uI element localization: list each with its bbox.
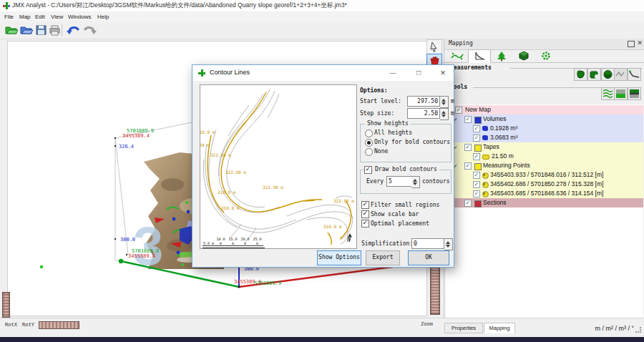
menu-view[interactable]: View [49,12,65,21]
print-button[interactable] [48,24,62,36]
measure-wave-button[interactable] [614,68,628,81]
tree-row-volume-2[interactable]: 3.0683 m³ [446,133,643,142]
menu-help[interactable]: Help [95,12,111,21]
menu-edit[interactable]: Edit [33,12,47,21]
menu-file[interactable]: File [2,12,16,21]
tree-row-point-3[interactable]: 3455403.685 / 5701848.636 / 314.154 [m] [446,189,643,198]
measuring-point-icon [482,172,489,179]
measure-profile-button[interactable] [628,68,641,81]
draw-bold-checkbox[interactable] [364,166,372,174]
tree-row-tape-1[interactable]: 21.50 m [446,152,643,161]
every-spinner[interactable] [411,176,420,188]
step-size-input[interactable] [407,108,440,119]
menu-windows[interactable]: Windows [66,12,93,21]
checkbox-sections[interactable] [464,200,472,207]
close-icon[interactable] [432,65,454,81]
save-button[interactable] [34,24,49,36]
dialog-titlebar[interactable]: Contour Lines [192,65,454,81]
optimal-placement-checkbox[interactable] [361,220,369,228]
radio-only-bold[interactable] [365,139,373,147]
volumes-color-swatch [474,117,482,124]
contour-height-label: 322.50 m [225,170,246,175]
layer-bands-tool-button[interactable] [628,87,641,100]
titlebar: JMX Analyst - C:/Users/郑江/Desktop/3GSM软件… [0,0,644,12]
tree-row-tapes[interactable]: Tapes [446,142,643,152]
show-scale-bar-label[interactable]: Show scale bar [371,211,419,218]
fill-half-tool-button[interactable] [614,87,628,100]
filter-small-regions-label[interactable]: Filter small regions [371,202,439,208]
measure-area-button[interactable] [587,68,601,81]
radio-none[interactable] [365,148,373,156]
checkbox-point-2[interactable] [473,181,480,188]
select-tool-button[interactable] [426,39,442,54]
optimal-placement-label[interactable]: Optimal placement [371,220,429,227]
filter-small-regions-checkbox[interactable] [361,201,369,209]
every-input[interactable] [386,176,412,187]
open-project-button[interactable] [4,24,19,36]
tree-row-volumes[interactable]: Volumes [446,114,643,124]
tab-model[interactable] [512,49,535,63]
minimize-icon[interactable] [382,65,404,81]
close-panel-icon[interactable] [637,39,643,47]
checkbox-point-1[interactable] [473,172,480,179]
menu-map[interactable]: Map [17,12,33,21]
tab-contour[interactable] [446,49,469,63]
tree-row-point-2[interactable]: 3455402.686 / 5701850.278 / 315.328 [m] [446,180,643,189]
checkbox-measuring-points[interactable] [464,162,472,170]
tree-row-new-map[interactable]: New Map [446,105,643,114]
tree-row-measuring-points[interactable]: Measuring Points [446,161,643,170]
measuring-point-icon [482,182,489,188]
step-size-spinner[interactable] [440,108,449,120]
show-scale-bar-checkbox[interactable] [361,210,369,218]
start-level-label: Start level: [360,98,401,104]
checkbox-tape-1[interactable] [473,153,480,160]
maximize-icon[interactable] [408,65,429,81]
tab-mapping[interactable]: Mapping [484,323,515,333]
measure-volume-button[interactable] [574,68,587,81]
dock-panel-icon[interactable] [628,41,635,47]
tab-properties[interactable]: Properties [444,323,483,333]
simplification-spinner[interactable] [444,238,453,250]
radio-none-label[interactable]: None [374,148,388,155]
start-level-spinner[interactable] [440,96,449,108]
resize-grip-icon[interactable] [635,327,641,333]
checkbox-new-map[interactable] [455,107,462,114]
simplification-input[interactable] [411,238,444,249]
rotx-label: RotX [5,322,17,328]
tab-slope[interactable] [468,49,491,63]
layer-bands-icon [628,88,640,99]
measure-sphere-button[interactable] [601,68,615,81]
ok-button[interactable]: OK [408,250,449,265]
redo-button[interactable] [82,24,96,36]
radio-only-bold-label[interactable]: Only for bold contours [374,139,450,145]
tab-vegetation[interactable] [490,49,513,63]
export-button[interactable]: Export [366,250,400,265]
show-options-button[interactable]: Show Options [317,250,361,265]
rotx-vertical-slider[interactable] [2,292,10,318]
checkbox-tapes[interactable] [464,144,472,151]
undo-button[interactable] [66,24,80,36]
show-heights-groupbox: Show heights All heights Only for bold c… [360,124,452,162]
rotation-slider[interactable] [39,321,79,329]
contour-lines-tool-button[interactable] [601,87,615,100]
tree-row-point-1[interactable]: 3455403.933 / 5701848.016 / 312.512 [m] [446,170,643,180]
tree-row-volume-1[interactable]: 0.1928 m³ [446,124,643,133]
contour-preview[interactable]: 310.0 m 312.50 m 322.50 m 322.50 m 322.5… [200,84,357,249]
open-file-button[interactable] [19,24,34,36]
tree-label-point-1: 3455403.933 / 5701848.016 / 312.512 [m] [490,171,603,178]
folder-open-green-icon [4,24,19,36]
roty-label: RotY [22,322,34,328]
tab-settings[interactable] [535,49,557,63]
checkbox-point-3[interactable] [473,190,480,197]
tree-row-sections[interactable]: Sections [446,198,643,207]
radio-all-heights-label[interactable]: All heights [374,130,412,136]
checkbox-volume-2[interactable] [473,135,480,142]
checkbox-volumes[interactable] [464,116,472,123]
scale-bar-segments [203,248,265,249]
radio-all-heights[interactable] [365,130,373,137]
start-level-input[interactable] [407,96,440,107]
contour-lines-bold [208,92,351,245]
window-title: JMX Analyst - C:/Users/郑江/Desktop/3GSM软件… [12,1,347,10]
checkbox-volume-1[interactable] [473,125,480,132]
layer-tree: New Map Volumes 0.1928 m³ 3.0683 m³ [446,104,643,319]
